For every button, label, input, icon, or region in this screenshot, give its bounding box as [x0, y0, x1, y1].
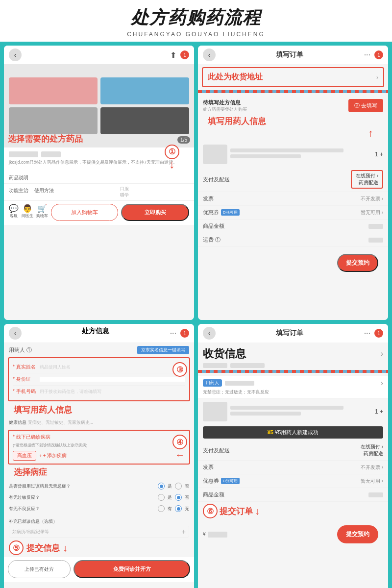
final-submit-button[interactable]: 提交预约: [337, 525, 378, 543]
discount-value-4[interactable]: 暂无可用 ›: [361, 478, 383, 485]
share-icon[interactable]: ⬆: [170, 50, 176, 60]
medicine-info-tabs: 药品说明: [4, 172, 194, 184]
tab-usage[interactable]: 使用方法: [34, 186, 54, 198]
amount-value-4: [368, 492, 383, 497]
icon-cart[interactable]: 🛒 购物车: [36, 204, 48, 221]
mouth-label: 口服: [120, 186, 129, 192]
select-disease-label: 选择病症: [14, 466, 189, 478]
fill-medicine-annotation: 填写用药人信息 ↑: [208, 116, 383, 140]
final-submit-area: ¥ 提交预约: [198, 520, 388, 550]
product-images: [4, 73, 194, 139]
step-circle-3: ③: [172, 362, 187, 377]
back-button-4[interactable]: ‹: [203, 327, 216, 340]
icon-doctor[interactable]: 👨 问医生: [22, 204, 33, 221]
more-icon-3[interactable]: ···: [170, 329, 176, 338]
go-fill-button[interactable]: ② 去填写: [348, 99, 383, 112]
invoice-label-4: 发票: [203, 464, 214, 471]
product-img-4: [100, 107, 189, 134]
payment-value-4[interactable]: 在线预付 ›药房配送: [361, 443, 383, 457]
q3-no-dot: [177, 507, 180, 511]
quantity-display: 1 +: [375, 151, 383, 158]
panel-delivery: ‹ 填写订单 ··· 1 收货信息 ›: [198, 324, 388, 588]
q2-text: 有无过敏反应？: [9, 494, 40, 501]
supplement-input[interactable]: 如病历/出院记录等 +: [9, 526, 189, 538]
detail-line-1: [230, 148, 343, 152]
discount-left: 优惠券 D张可用: [203, 209, 240, 216]
back-button-1[interactable]: ‹: [9, 49, 22, 61]
topbar-icons-2: ··· 1: [364, 50, 383, 59]
q2-no-radio[interactable]: [175, 494, 182, 501]
invoice-value-2[interactable]: 不开发票 ›: [361, 196, 383, 202]
q1-yes-label: 是: [168, 483, 172, 490]
pending-row: 待填写处方信息 处方药需要凭处方购买 ② 去填写: [203, 99, 383, 113]
add-disease-button[interactable]: + + 添加疾病: [39, 452, 67, 459]
phone-placeholder[interactable]: 用于接收购药信息，请准确填写: [40, 389, 185, 395]
page-title: 处方药购药流程: [10, 6, 382, 30]
product-name-bar: [9, 151, 189, 157]
q1-no-radio[interactable]: [175, 483, 182, 490]
tag-hypertension[interactable]: 高血压: [13, 451, 36, 461]
tab-extra: 口服 嚼学: [60, 186, 189, 198]
q2-yes-radio[interactable]: [158, 494, 165, 501]
q3-no-radio[interactable]: [175, 505, 182, 512]
step4-annotation: ④ ←: [172, 435, 187, 461]
field-phone: * 手机号码 用于接收购药信息，请准确填写: [13, 386, 185, 397]
user-chevron[interactable]: ›: [381, 379, 383, 388]
phone-label: * 手机号码: [13, 388, 40, 395]
id-input[interactable]: [40, 377, 185, 382]
more-icon-2[interactable]: ···: [364, 50, 370, 59]
health-info-row: 健康信息 无病史、无过敏史、无家族病史...: [4, 417, 194, 428]
question-1: 是否曾服用过该药且无禁忌症？ 是 否: [9, 481, 189, 492]
main-grid: ‹ ⬆ 1 1/5 选择需要的处方药品: [0, 42, 392, 588]
disease-tags: 高血压 + + 添加疾病: [13, 451, 185, 461]
disease-note: (*请您根据线下就诊情况确认线上诊疗疾病): [13, 442, 185, 448]
amount-value-2: [368, 224, 383, 229]
back-button-3[interactable]: ‹: [9, 327, 22, 340]
upload-prescription-button[interactable]: 上传已有处方: [8, 560, 71, 578]
icon-customer-service[interactable]: 💬 客服: [9, 204, 19, 221]
discount-label-2: 优惠券: [203, 209, 219, 216]
step1-annotation: ① ↓: [165, 145, 179, 171]
cart-label: 购物车: [36, 213, 48, 219]
topbar-1: ‹ ⬆ 1: [4, 46, 194, 64]
disease-section: * 线下已确诊疾病 (*请您根据线下就诊情况确认线上诊疗疾病) 高血压 + + …: [4, 430, 194, 479]
address-box[interactable]: 此处为收货地址 ›: [202, 67, 384, 87]
add-to-cart-button[interactable]: 加入购物车: [51, 204, 118, 221]
id-label: * 身份证: [13, 376, 40, 383]
q3-options: 有 无: [158, 505, 189, 512]
delivery-header: 收货信息 ›: [198, 343, 388, 370]
product-description: jkcsjd.com只对处方药品作信息展示，不提供交易及评价展示，不支持7天无理…: [9, 159, 189, 166]
q2-yes-label: 是: [168, 494, 172, 501]
product-row-2: 1 +: [198, 142, 388, 167]
tab-function[interactable]: 功能主治: [9, 186, 28, 198]
cart-icon: 🛒: [37, 204, 47, 213]
payment-box[interactable]: 在线预付 ›药房配送: [351, 170, 383, 189]
shipping-value: [368, 238, 383, 243]
add-icon[interactable]: +: [182, 528, 186, 536]
medicine-label: 药品说明: [9, 174, 28, 181]
shipping-row: 运费 ①: [198, 233, 388, 247]
more-icon-4[interactable]: ···: [364, 329, 370, 338]
jd-fill-button[interactable]: 京东实名信息一键填写: [137, 346, 189, 354]
customer-service-label: 客服: [10, 213, 18, 219]
consult-button[interactable]: 免费问诊并开方: [74, 560, 190, 578]
discount-value-2[interactable]: 暂无可用 ›: [361, 209, 383, 216]
topbar-icons-4: ··· 1: [364, 329, 383, 338]
payment-label-2: 支付及配送: [203, 176, 230, 183]
bottom-action-buttons: 上传已有处方 免费问诊并开方: [4, 557, 194, 582]
arrow-2: ↑: [208, 127, 373, 140]
q3-yes-radio[interactable]: [158, 505, 165, 512]
total-price-area: ¥: [203, 532, 227, 538]
detail-4-2: [230, 412, 301, 416]
invoice-value-4[interactable]: 不开发票 ›: [361, 464, 383, 471]
buy-now-button[interactable]: 立即购买: [121, 204, 189, 221]
name-placeholder[interactable]: 药品使用人姓名: [40, 364, 185, 370]
back-button-2[interactable]: ‹: [203, 49, 216, 61]
name-b2: [230, 363, 265, 368]
q1-yes-radio[interactable]: [158, 483, 165, 490]
no-contra-text: 无禁忌症；无过敏史；无不良反应: [203, 389, 383, 395]
user-label-3: 用药人 ①: [9, 346, 32, 354]
total-block: [208, 532, 227, 538]
submit-button-2[interactable]: 提交预约: [337, 254, 378, 272]
success-banner: ¥5 ¥5用药人新建成功: [203, 426, 383, 439]
